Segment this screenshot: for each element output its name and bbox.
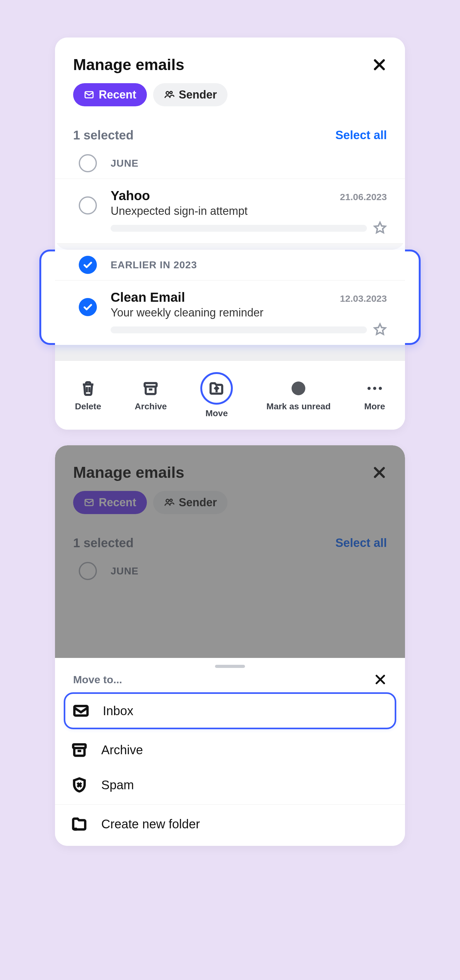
dest-inbox[interactable]: Inbox xyxy=(64,692,396,729)
shield-x-icon xyxy=(71,776,88,794)
svg-rect-9 xyxy=(145,383,157,387)
manage-emails-panel: Manage emails Recent Sender 1 selected S… xyxy=(55,38,405,430)
action-toolbar: Delete Archive Move Mar xyxy=(55,361,405,430)
email-date: 12.03.2023 xyxy=(340,293,387,304)
dest-create-folder[interactable]: Create new folder xyxy=(55,807,405,846)
month-section-june[interactable]: JUNE xyxy=(55,556,405,586)
star-icon[interactable] xyxy=(373,221,387,236)
email-subject: Your weekly cleaning reminder xyxy=(111,306,387,319)
delete-label: Delete xyxy=(75,401,101,412)
tab-recent[interactable]: Recent xyxy=(73,491,147,514)
select-all-button[interactable]: Select all xyxy=(335,129,387,142)
checkbox-icon[interactable] xyxy=(79,196,97,215)
unread-label: Mark as unread xyxy=(266,401,331,412)
move-to-sheet: Move to... Inbox Archive Spam Create new… xyxy=(55,665,405,846)
email-row[interactable]: Yahoo 21.06.2023 Unexpected sign-in atte… xyxy=(55,179,405,243)
svg-point-15 xyxy=(170,499,172,501)
checkbox-checked-icon[interactable] xyxy=(79,256,97,274)
archive-button[interactable]: Archive xyxy=(135,379,167,412)
month-label: JUNE xyxy=(111,158,138,169)
archive-label: Archive xyxy=(135,401,167,412)
sheet-title: Move to... xyxy=(73,673,122,686)
selected-email-highlight: EARLIER IN 2023 Clean Email 12.03.2023 Y… xyxy=(55,250,405,345)
preview-placeholder xyxy=(111,225,367,232)
panel-title: Manage emails xyxy=(73,56,184,74)
checkbox-icon[interactable] xyxy=(79,154,97,172)
mark-unread-button[interactable]: Mark as unread xyxy=(266,379,331,412)
move-sheet-panel: Manage emails Recent Sender 1 selected S… xyxy=(55,445,405,846)
tab-recent[interactable]: Recent xyxy=(73,83,147,106)
move-label: Move xyxy=(205,408,228,418)
select-all-button[interactable]: Select all xyxy=(335,536,387,550)
tab-sender[interactable]: Sender xyxy=(153,491,227,514)
star-icon[interactable] xyxy=(373,322,387,337)
more-button[interactable]: More xyxy=(364,379,385,412)
svg-point-14 xyxy=(166,500,169,502)
dest-create-label: Create new folder xyxy=(101,817,200,831)
selected-count: 1 selected xyxy=(73,128,133,142)
new-folder-icon xyxy=(71,815,88,833)
close-icon[interactable] xyxy=(372,57,387,72)
svg-rect-19 xyxy=(73,745,86,748)
svg-marker-5 xyxy=(375,222,385,233)
dest-spam-label: Spam xyxy=(101,778,134,792)
unread-dot-icon xyxy=(289,379,308,398)
move-button[interactable]: Move xyxy=(200,372,233,418)
svg-point-4 xyxy=(170,91,172,94)
section-gap xyxy=(55,345,405,361)
inbox-icon xyxy=(72,702,90,719)
more-dots-icon xyxy=(365,379,384,398)
svg-rect-18 xyxy=(75,706,87,716)
tab-recent-label: Recent xyxy=(99,496,136,509)
svg-point-3 xyxy=(166,92,169,94)
dest-archive[interactable]: Archive xyxy=(55,732,405,767)
checkbox-checked-icon[interactable] xyxy=(79,298,97,316)
checkbox-icon[interactable] xyxy=(79,562,97,580)
svg-marker-6 xyxy=(375,324,385,334)
month-section-earlier[interactable]: EARLIER IN 2023 xyxy=(55,250,405,280)
tab-recent-label: Recent xyxy=(99,88,136,101)
more-label: More xyxy=(364,401,385,412)
month-section-june[interactable]: JUNE xyxy=(55,148,405,179)
tab-sender-label: Sender xyxy=(179,88,217,101)
close-icon[interactable] xyxy=(374,673,387,686)
email-subject: Unexpected sign-in attempt xyxy=(111,205,387,218)
sheet-drag-handle[interactable] xyxy=(215,665,245,668)
sheet-separator xyxy=(55,804,405,805)
dest-spam[interactable]: Spam xyxy=(55,767,405,802)
tab-sender-label: Sender xyxy=(179,496,217,509)
tab-sender[interactable]: Sender xyxy=(153,83,227,106)
section-separator xyxy=(55,243,405,250)
dest-archive-label: Archive xyxy=(101,743,143,757)
panel-title: Manage emails xyxy=(73,463,184,482)
selected-count: 1 selected xyxy=(73,536,133,550)
move-folder-icon xyxy=(207,379,226,398)
dest-inbox-label: Inbox xyxy=(103,704,133,718)
preview-placeholder xyxy=(111,326,367,333)
archive-icon xyxy=(71,741,88,759)
month-label: EARLIER IN 2023 xyxy=(111,259,197,271)
email-sender: Clean Email xyxy=(111,290,185,305)
month-label: JUNE xyxy=(111,565,138,577)
trash-icon xyxy=(79,379,97,398)
archive-icon xyxy=(141,379,160,398)
email-date: 21.06.2023 xyxy=(340,192,387,202)
move-highlight-ring xyxy=(200,372,233,405)
close-icon[interactable] xyxy=(372,465,387,480)
delete-button[interactable]: Delete xyxy=(75,379,101,412)
email-sender: Yahoo xyxy=(111,188,150,203)
email-row[interactable]: Clean Email 12.03.2023 Your weekly clean… xyxy=(55,280,405,345)
